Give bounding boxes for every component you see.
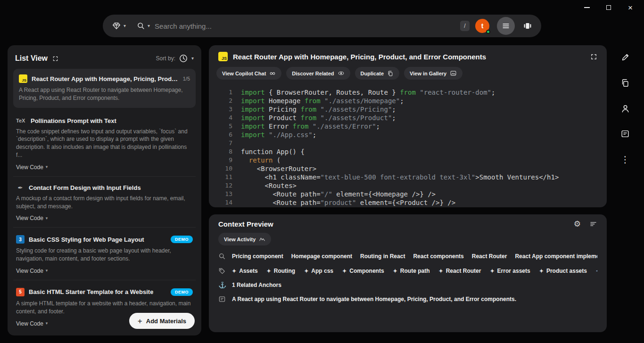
user-icon [620,104,630,114]
list-item-title: Basic HTML Starter Template for a Websit… [29,288,153,295]
maximize-icon [606,5,611,10]
gallery-view-button[interactable] [519,17,537,35]
filter-list-icon[interactable] [589,220,597,228]
search-term[interactable]: Homepage component [291,253,352,260]
code-text: import Error from "./assets/Error"; [241,122,380,131]
close-button[interactable]: × [619,1,641,14]
view-in-gallery-label: View in Gallery [410,71,446,76]
pencil-icon [620,53,630,62]
copilot-icon [269,70,276,77]
list-item[interactable]: TeX Pollinations Prompt with Text The co… [13,110,196,177]
avatar-letter: t [481,22,484,30]
share-user-button[interactable] [616,99,635,118]
line-number: 4 [218,114,232,122]
tag-chip[interactable]: ✦Components [342,268,384,274]
anchors-row: ⚓ 1 Related Anchors [218,282,597,288]
code-text: <Route path="/" element={<Homepage />} /… [241,190,436,198]
view-copilot-chat-button[interactable]: View Copilot Chat [216,67,281,80]
context-header: Context Preview ⚙ [218,220,597,228]
sparkle-icon: ✦ [267,269,271,274]
add-materials-label: Add Materials [146,318,186,325]
add-materials-button[interactable]: + Add Materials [129,313,195,329]
view-code-label: View Code [16,268,43,274]
minimize-icon [584,7,590,8]
tag-chip[interactable]: ✦React Router [438,268,481,274]
tag-label: Routing [274,268,295,274]
snippet-type-filter-button[interactable]: ▾ [103,15,135,37]
tag-chip[interactable]: ✦Error assets [490,268,530,274]
list-item[interactable]: ✒ Contact Form Design with Input Fields … [13,177,196,228]
copy-button[interactable] [616,74,635,92]
search-term[interactable]: React Router [472,253,507,260]
view-in-gallery-button[interactable]: View in Gallery [404,67,462,80]
expand-icon[interactable] [52,56,58,62]
view-code-label: View Code [16,320,43,327]
maximize-button[interactable] [598,1,619,14]
list-item-description: The code snippet defines two input and o… [16,128,193,159]
line-number: 9 [218,156,232,164]
list-view-button[interactable] [497,17,515,35]
view-code-toggle[interactable]: View Code ▾ [16,164,193,171]
avatar[interactable]: t [475,19,489,33]
list-panel-header: List View Sort by: ▾ [8,52,201,69]
related-anchors-label[interactable]: 1 Related Anchors [232,282,281,288]
javascript-icon: JS [218,52,228,61]
tag-chip[interactable]: ✦App css [304,268,333,274]
tag-chip[interactable]: ✦Routing [267,268,296,274]
search-input[interactable] [155,22,460,30]
minimize-button[interactable] [576,1,598,14]
view-toggle-group [497,17,538,35]
gear-icon[interactable]: ⚙ [574,220,581,228]
sparkle-icon: ✦ [539,269,544,274]
sort-by-control[interactable]: Sort by: ▾ [156,54,194,63]
view-activity-button[interactable]: View Activity [218,233,271,245]
duplicate-button[interactable]: Duplicate [355,67,400,80]
code-text: import Homepage from "./assets/Homepage"… [241,97,404,105]
search-term[interactable]: Routing in React [360,253,405,260]
code-line: 2import Homepage from "./assets/Homepage… [218,97,607,105]
view-code-toggle[interactable]: View Code ▾ [16,268,193,274]
tag-label: Route path [400,268,430,274]
kebab-menu-icon: ⋮ [621,155,630,164]
code-line: 14 <Route path="product" element={<Produ… [218,198,607,207]
line-number: 11 [218,173,232,181]
code-line: 9 return ( [218,156,607,164]
search-term[interactable]: React components [413,253,463,260]
list-item-selected[interactable]: JS React Router App with Homepage, Prici… [13,69,196,108]
line-number: 1 [218,88,232,97]
duplicate-label: Duplicate [361,71,384,76]
list-item[interactable]: 3 Basic CSS Styling for Web Page Layout … [13,228,196,280]
edit-button[interactable] [616,48,635,67]
chevron-down-icon: ▾ [46,216,48,220]
view-code-toggle[interactable]: View Code ▾ [16,215,193,221]
code-text: <Routes> [241,181,297,190]
code-editor[interactable]: 1import { BrowserRouter, Routes, Route }… [209,85,607,207]
code-line: 3import Pricing from "./assets/Pricing"; [218,105,607,114]
keyboard-shortcut-hint: / [460,21,470,31]
chevron-down-icon: ▾ [46,321,48,326]
list-item-description: Styling code for creating a basic web pa… [16,247,193,263]
tag-chip[interactable]: ✦Assets [232,268,258,274]
sparkle-icon: ✦ [438,269,443,274]
code-text: return ( [241,156,281,164]
line-number: 7 [218,139,232,147]
view-activity-label: View Activity [224,237,256,242]
search-term[interactable]: React App component implementation of br… [515,253,597,260]
search-term[interactable]: Pricing component [232,253,283,260]
more-options-button[interactable]: ⋮ [616,150,635,169]
snippet-actions: View Copilot Chat Discover Related Dupli… [209,66,607,85]
sort-by-label: Sort by: [156,55,175,62]
tag-chip[interactable]: ✦Route path [393,268,430,274]
annotations-button[interactable] [616,124,635,143]
search-mode-selector[interactable]: ▾ [135,22,155,30]
context-preview-panel: Context Preview ⚙ View Activity Pricing … [209,214,607,332]
expand-icon[interactable] [590,53,597,60]
discover-related-button[interactable]: Discover Related [286,67,350,80]
code-line: 1import { BrowserRouter, Routes, Route }… [218,88,607,97]
list-view-title: List View [15,54,48,63]
tag-chip[interactable]: ✦Product assets [539,268,587,274]
tag-chip[interactable]: ✦Pricing a [596,268,597,274]
gem-icon [112,21,121,31]
code-line: 12 <Routes> [218,181,607,190]
line-number: 10 [218,164,232,173]
